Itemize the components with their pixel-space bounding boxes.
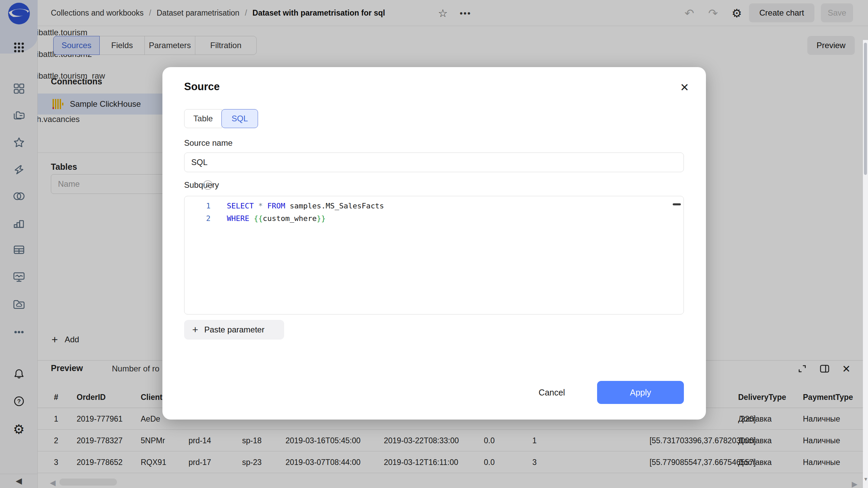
code-token: WHERE	[227, 214, 249, 223]
code-text: SELECT * FROM samples.MS_SalesFacts	[227, 202, 384, 210]
plus-icon: +	[192, 324, 198, 336]
close-icon[interactable]: ✕	[677, 80, 692, 95]
editor-overview-marker	[673, 203, 681, 205]
toggle-option-sql[interactable]: SQL	[221, 109, 258, 128]
source-modal: Source ✕ Table SQL Source name Subquery …	[162, 67, 706, 420]
code-line: 2WHERE {{custom_where}}	[184, 212, 684, 225]
code-token: samples.MS_SalesFacts	[285, 202, 384, 210]
source-name-label: Source name	[184, 138, 233, 148]
line-number: 1	[184, 202, 211, 210]
code-line: 1SELECT * FROM samples.MS_SalesFacts	[184, 200, 684, 212]
code-text: WHERE {{custom_where}}	[227, 214, 326, 223]
toggle-option-table[interactable]: Table	[184, 109, 222, 128]
scroll-down-icon[interactable]: ▼	[863, 476, 868, 482]
code-token: *	[254, 202, 267, 210]
page-scrollbar[interactable]: ▼	[863, 40, 868, 488]
subquery-code-editor[interactable]: 1SELECT * FROM samples.MS_SalesFacts2WHE…	[184, 196, 684, 314]
code-token: SELECT	[227, 202, 254, 210]
paste-parameter-button[interactable]: + Paste parameter	[184, 320, 284, 340]
code-token: }}	[317, 214, 326, 223]
code-token: FROM	[267, 202, 285, 210]
apply-button[interactable]: Apply	[597, 381, 684, 404]
modal-title: Source	[184, 81, 220, 93]
source-name-input[interactable]	[184, 152, 684, 172]
subquery-label: Subquery	[184, 180, 219, 190]
code-token: {{	[254, 214, 263, 223]
page-scrollbar-thumb[interactable]	[864, 43, 867, 175]
code-token: custom_where	[263, 214, 317, 223]
help-icon[interactable]: ?	[203, 180, 213, 190]
line-number: 2	[184, 214, 211, 223]
code-token	[249, 214, 254, 223]
source-type-toggle: Table SQL	[184, 109, 258, 128]
cancel-button[interactable]: Cancel	[524, 381, 580, 404]
